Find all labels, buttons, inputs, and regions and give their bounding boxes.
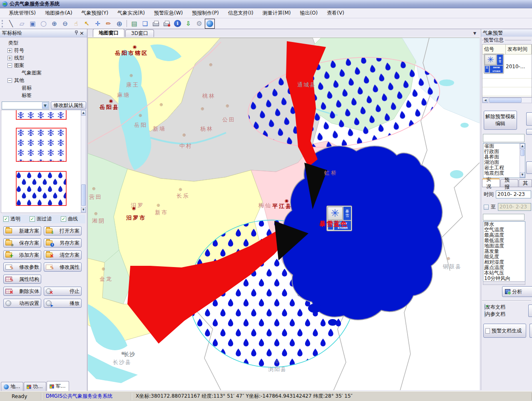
scheme-button[interactable]: 播放: [44, 299, 82, 308]
scheme-button[interactable]: 停止: [44, 287, 82, 296]
zoom-out-tool[interactable]: ⊖: [60, 19, 70, 28]
layer-list[interactable]: 省面行政面县界面湖泊面岩土工程地震烈度: [483, 143, 525, 178]
scheme-button[interactable]: 保存方案: [3, 238, 41, 248]
print-tool[interactable]: [151, 19, 161, 28]
obs-tab[interactable]: 其: [519, 179, 532, 187]
document-type-radio[interactable]: 发布文档: [485, 304, 505, 311]
tree-item[interactable]: + 符号: [2, 47, 81, 54]
menu-item[interactable]: 气象实况(R): [113, 8, 149, 18]
menu-item[interactable]: 输出(O): [295, 8, 322, 18]
menu-item[interactable]: 查看(V): [322, 8, 349, 18]
symbol-combo[interactable]: ▼: [2, 101, 49, 109]
toolbar-grip[interactable]: [2, 20, 4, 27]
radio-dot[interactable]: [485, 311, 485, 317]
checkbox-checked-icon[interactable]: ✓: [61, 216, 66, 222]
window-tool[interactable]: ❑: [140, 19, 150, 28]
scheme-button[interactable]: 修改参数: [3, 262, 41, 272]
menu-item[interactable]: 信息支持(I): [224, 8, 258, 18]
image-tool[interactable]: ▤: [129, 19, 139, 28]
chevron-down-icon[interactable]: ▼: [42, 102, 48, 109]
map-window-tab[interactable]: 地图窗口: [93, 29, 124, 37]
document-type-radio[interactable]: 内参文档: [485, 311, 505, 318]
modify-default-button[interactable]: 修改默认属性: [51, 101, 86, 109]
pattern-swatch-partial[interactable]: [16, 110, 67, 120]
scheme-button[interactable]: 打开方案: [44, 226, 82, 235]
obs-tab[interactable]: 实况: [482, 178, 500, 187]
scroll-down-icon[interactable]: ▼: [520, 172, 525, 178]
map-canvas[interactable]: ✳ 暴雪 蓝 SNOW STORM 岳阳市辖区岳阳县汨罗市平江县桃林康王麻塘岳阳…: [88, 37, 480, 390]
time-field[interactable]: 2010- 2-23: [496, 191, 531, 198]
menu-item[interactable]: 地图操作(A): [40, 8, 77, 18]
checkbox-checked-icon[interactable]: ✓: [30, 216, 35, 222]
warning-row[interactable]: ✳ 暴雪 蓝SNOW STORM 2010-...: [482, 54, 532, 79]
scheme-button[interactable]: 动画设置: [3, 299, 41, 308]
pin-icon[interactable]: [74, 30, 79, 36]
option-checkbox[interactable]: ✓ 曲线: [61, 215, 78, 223]
clipped-button[interactable]: [526, 112, 532, 126]
tree-item[interactable]: 标签: [2, 92, 81, 99]
layer-list-scrollbar[interactable]: ▲ ▼: [520, 144, 525, 178]
scheme-button[interactable]: 删除实体: [3, 287, 41, 296]
scheme-button[interactable]: 修改属性: [44, 262, 82, 272]
globe-tool[interactable]: [205, 19, 215, 29]
menu-item[interactable]: 预警应急(W): [149, 8, 187, 18]
map-window-tab[interactable]: 3D窗口: [125, 30, 154, 37]
select-tool[interactable]: ↖: [82, 19, 92, 28]
menu-item[interactable]: 系统管理(S): [4, 8, 40, 18]
scroll-down-icon[interactable]: ▼: [81, 207, 86, 213]
table-hscrollbar[interactable]: ◀: [482, 97, 532, 103]
line-tool[interactable]: ╲: [6, 19, 16, 28]
pattern-swatch-snow[interactable]: [16, 128, 67, 162]
scroll-left-icon[interactable]: ◀: [482, 98, 488, 103]
panel-tab[interactable]: 地...: [1, 382, 23, 391]
brush-tool[interactable]: ✏: [103, 19, 114, 28]
pattern-swatch-rain[interactable]: [16, 171, 67, 206]
element-list-hscrollbar[interactable]: [483, 281, 525, 285]
scrollbar-thumb[interactable]: [81, 184, 86, 206]
obs-tab[interactable]: 预报: [500, 179, 518, 187]
menu-item[interactable]: 测量计算(M): [258, 8, 296, 18]
scheme-button[interactable]: 添加方案: [3, 250, 41, 260]
element-list[interactable]: 降水空气温度最高温度最低温度地面温度蒸发量能见度相对湿度露点温度本站气压10分钟…: [483, 221, 525, 282]
tree-expander-icon[interactable]: −: [7, 78, 12, 83]
hscrollbar-thumb[interactable]: [489, 98, 522, 103]
scheme-button[interactable]: 新建方案: [3, 226, 41, 235]
close-panel-icon[interactable]: ×: [79, 31, 85, 35]
checkbox-checked-icon[interactable]: ✓: [3, 216, 9, 222]
tree-expander-icon[interactable]: +: [7, 56, 12, 60]
menu-item[interactable]: 气象预报(Y): [77, 8, 113, 18]
move-tool[interactable]: ✛: [92, 19, 103, 28]
menu-item[interactable]: 预报制作(P): [187, 8, 224, 18]
rectangle-tool[interactable]: ▣: [27, 19, 38, 28]
info-tool[interactable]: ℹ: [174, 20, 181, 27]
warning-signal-table[interactable]: 信号 发布时间 ✳ 暴雪 蓝SNOW STORM 2010-...: [482, 44, 532, 97]
ellipse-tool[interactable]: ◯: [38, 19, 49, 28]
generate-warning-doc-button[interactable]: 预警文档生成: [483, 324, 526, 338]
radio-dot[interactable]: [485, 304, 485, 310]
zoom-in-tool[interactable]: ⊕: [49, 19, 60, 28]
tab-list-dropdown-icon[interactable]: ▼: [473, 31, 476, 35]
print-preview-tool[interactable]: [162, 19, 172, 28]
scheme-button[interactable]: 清空方案: [44, 250, 82, 260]
export-tool[interactable]: ⇩: [183, 19, 194, 28]
scheme-button[interactable]: 属性结构: [3, 275, 41, 284]
tree-item[interactable]: 箭标: [2, 84, 81, 92]
tree-item[interactable]: + 线型: [2, 54, 81, 62]
tree-item[interactable]: 气象图案: [2, 69, 81, 77]
clipped-button[interactable]: [530, 324, 532, 338]
swatch-scrollbar[interactable]: ▲ ▼: [81, 110, 86, 213]
tree-item[interactable]: 类型: [2, 39, 81, 47]
scroll-up-icon[interactable]: ▲: [520, 144, 525, 149]
option-checkbox[interactable]: ✓ 面过滤: [30, 215, 52, 223]
option-checkbox[interactable]: ✓ 透明: [3, 215, 20, 223]
layer-list-item[interactable]: 地震烈度: [483, 171, 525, 176]
tree-item[interactable]: − 其他: [2, 77, 81, 84]
dismiss-warning-template-button[interactable]: 解除预警模板编辑: [484, 111, 517, 130]
tree-item[interactable]: − 图案: [2, 62, 81, 69]
clipped-button[interactable]: [526, 161, 532, 174]
clipped-button[interactable]: [526, 129, 532, 135]
tree-expander-icon[interactable]: +: [7, 48, 12, 53]
scheme-button[interactable]: 另存方案: [44, 238, 82, 248]
tree-expander-icon[interactable]: −: [7, 63, 12, 68]
pattern-swatch-list[interactable]: [1, 110, 82, 213]
